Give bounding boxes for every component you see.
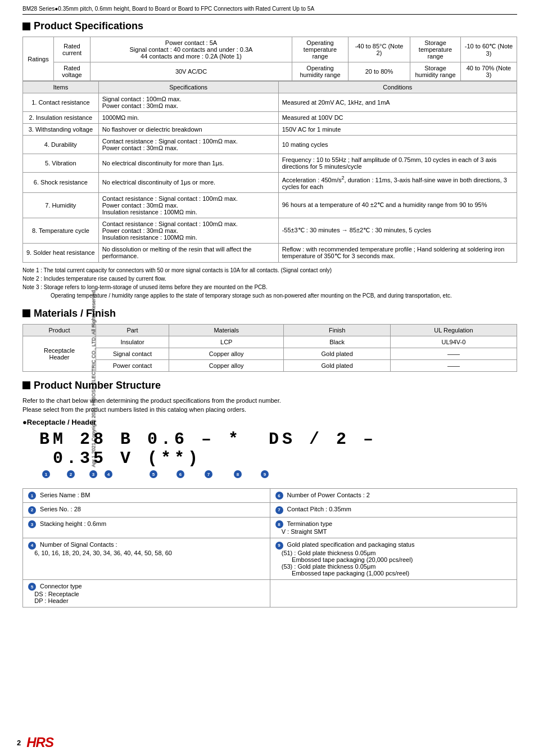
- title-square-icon: [22, 22, 30, 30]
- circle-7: 7: [204, 470, 213, 479]
- desc-circle-5: 5: [28, 583, 36, 591]
- spec-item-9: 9. Solder heat resistance: [23, 243, 99, 262]
- spec-spec-9: No dissolution or melting of the resin t…: [98, 243, 278, 262]
- pn-desc-left-4: 4 Number of Signal Contacts : 6, 10, 16,…: [23, 538, 270, 580]
- product-number-title: Product Number Structure: [22, 380, 517, 392]
- op-humidity-value: 20 to 80%: [349, 62, 410, 81]
- pn-desc-right-1: 6 Number of Power Contacts : 2: [270, 488, 517, 503]
- pn-indices-row: 1 2 3 4 5 6 7 8 9: [39, 470, 517, 482]
- pn-desc-row-5: 5 Connector type DS : Receptacle DP : He…: [23, 579, 517, 608]
- ratings-label: Ratings: [23, 37, 54, 81]
- materials-finish-section: Materials / Finish Product Part Material…: [22, 308, 517, 372]
- spec-item-8: 8. Temperature cycle: [23, 218, 99, 243]
- spec-row-8: 8. Temperature cycle Contact resistance …: [23, 218, 517, 243]
- spec-spec-7: Contact resistance : Signal contact : 10…: [98, 192, 278, 218]
- spec-row-3: 3. Withstanding voltage No flashover or …: [23, 124, 517, 136]
- spec-spec-2: 1000MΩ min.: [98, 112, 278, 124]
- pn-desc-left-1: 1 Series Name : BM: [23, 488, 270, 503]
- note-1: Note 1 : The total current capacity for …: [22, 266, 517, 274]
- pn-display-row: BM 28 B 0.6 – * DS / 2 – 0.35 V (**): [39, 430, 517, 468]
- rated-current-label: Rated current: [54, 37, 90, 62]
- note-3a: Note 3 : Storage refers to long-term-sto…: [22, 283, 517, 291]
- circle-1: 1: [42, 470, 51, 479]
- spec-row-2: 2. Insulation resistance 1000MΩ min. Mea…: [23, 112, 517, 124]
- ratings-row-1: Ratings Rated current Power contact : 5A…: [23, 37, 517, 62]
- pn-intro: Refer to the chart below when determinin…: [22, 396, 517, 415]
- circle-8: 8: [233, 470, 242, 479]
- mat-finish-1: Black: [284, 336, 390, 348]
- desc-circle-2: 2: [28, 506, 36, 514]
- title-square-icon-2: [22, 309, 30, 317]
- pn-desc-right-3: 8 Termination type V : Straight SMT: [270, 517, 517, 538]
- desc-circle-4: 4: [28, 542, 36, 550]
- pn-desc-row-1: 1 Series Name : BM 6 Number of Power Con…: [23, 488, 517, 503]
- pn-desc-left-2: 2 Series No. : 28: [23, 503, 270, 518]
- spec-cond-1: Measured at 20mV AC, 1kHz, and 1mA: [278, 93, 517, 112]
- product-number-section: Product Number Structure Refer to the ch…: [22, 380, 517, 608]
- pn-bullet-header: ●Receptacle / Header: [22, 418, 517, 426]
- mat-col-ul: UL Regulation: [390, 324, 517, 336]
- materials-finish-title: Materials / Finish: [22, 308, 517, 320]
- mat-material-1: LCP: [169, 336, 284, 348]
- mat-row-1: ReceptacleHeader Insulator LCP Black UL9…: [23, 336, 517, 348]
- op-temp-range-value: -40 to 85°C (Note 2): [349, 37, 410, 62]
- pn-circles-container: 1 2 3 4 5 6 7 8 9: [39, 470, 517, 482]
- desc-circle-6: 6: [275, 492, 283, 500]
- desc-circle-8: 8: [275, 520, 283, 528]
- spec-cond-6: Acceleration : 450m/s2, duration : 11ms,…: [278, 173, 517, 193]
- desc-circle-1: 1: [28, 492, 36, 500]
- mat-row-2: Signal contact Copper alloy Gold plated …: [23, 348, 517, 359]
- mat-col-product: Product: [23, 324, 96, 336]
- rated-current-value: Power contact : 5ASignal contact : 40 co…: [90, 37, 292, 62]
- pn-text: BM 28 B 0.6 – * DS / 2 – 0.35 V (**): [39, 430, 377, 468]
- ratings-table: Ratings Rated current Power contact : 5A…: [22, 37, 517, 81]
- mat-material-3: Copper alloy: [169, 359, 284, 371]
- mat-product: ReceptacleHeader: [23, 336, 96, 371]
- spec-row-6: 6. Shock resistance No electrical discon…: [23, 173, 517, 193]
- pn-desc-row-2: 2 Series No. : 28 7 Contact Pitch : 0.35…: [23, 503, 517, 518]
- spec-spec-4: Contact resistance : Signal contact : 10…: [98, 136, 278, 154]
- circle-9: 9: [260, 470, 269, 479]
- mat-part-3: Power contact: [96, 359, 169, 371]
- spec-spec-5: No electrical discontinuity for more tha…: [98, 154, 278, 173]
- spec-item-2: 2. Insulation resistance: [23, 112, 99, 124]
- op-temp-range-label: Operating temperature range: [292, 37, 349, 62]
- product-specifications-section: Product Specifications Ratings Rated cur…: [22, 20, 517, 300]
- hrs-logo: HRS: [26, 735, 53, 750]
- op-humidity-label: Operating humidity range: [292, 62, 349, 81]
- pn-desc-right-4: 9 Gold plated specification and packagin…: [270, 538, 517, 580]
- circle-2: 2: [66, 470, 75, 479]
- spec-cond-3: 150V AC for 1 minute: [278, 124, 517, 136]
- materials-header-row: Product Part Materials Finish UL Regulat…: [23, 324, 517, 336]
- spec-spec-3: No flashover or dielectric breakdown: [98, 124, 278, 136]
- specs-header-row: Items Specifications Conditions: [23, 82, 517, 93]
- pn-description-table: 1 Series Name : BM 6 Number of Power Con…: [22, 488, 517, 608]
- pn-desc-row-4: 4 Number of Signal Contacts : 6, 10, 16,…: [23, 538, 517, 580]
- spec-spec-6: No electrical discontinuity of 1μs or mo…: [98, 173, 278, 193]
- mat-part-1: Insulator: [96, 336, 169, 348]
- mat-ul-2: ——: [390, 348, 517, 359]
- spec-cond-4: 10 mating cycles: [278, 136, 517, 154]
- mat-col-part: Part: [96, 324, 169, 336]
- spec-item-5: 5. Vibration: [23, 154, 99, 173]
- spec-row-9: 9. Solder heat resistance No dissolution…: [23, 243, 517, 262]
- spec-cond-5: Frequency : 10 to 55Hz ; half amplitude …: [278, 154, 517, 173]
- pn-desc-left-3: 3 Stacking height : 0.6mm: [23, 517, 270, 538]
- page-number: 2: [17, 739, 21, 747]
- spec-item-6: 6. Shock resistance: [23, 173, 99, 193]
- pn-desc-right-2: 7 Contact Pitch : 0.35mm: [270, 503, 517, 518]
- spec-cond-8: -55±3℃ : 30 minutes → 85±2℃ : 30 minutes…: [278, 218, 517, 243]
- storage-temp-value: -10 to 60℃ (Note 3): [461, 37, 517, 62]
- spec-cond-7: 96 hours at a temperature of 40 ±2℃ and …: [278, 192, 517, 218]
- product-specifications-title: Product Specifications: [22, 20, 517, 32]
- ratings-row-2: Rated voltage 30V AC/DC Operating humidi…: [23, 62, 517, 81]
- spec-item-3: 3. Withstanding voltage: [23, 124, 99, 136]
- col-specifications: Specifications: [98, 82, 278, 93]
- mat-col-finish: Finish: [284, 324, 390, 336]
- desc-circle-7: 7: [275, 506, 283, 514]
- spec-item-1: 1. Contact resistance: [23, 93, 99, 112]
- mat-row-3: Power contact Copper alloy Gold plated —…: [23, 359, 517, 371]
- page-header: BM28 Series●0.35mm pitch, 0.6mm height, …: [22, 6, 517, 15]
- specs-table: Items Specifications Conditions 1. Conta…: [22, 81, 517, 263]
- mat-ul-1: UL94V-0: [390, 336, 517, 348]
